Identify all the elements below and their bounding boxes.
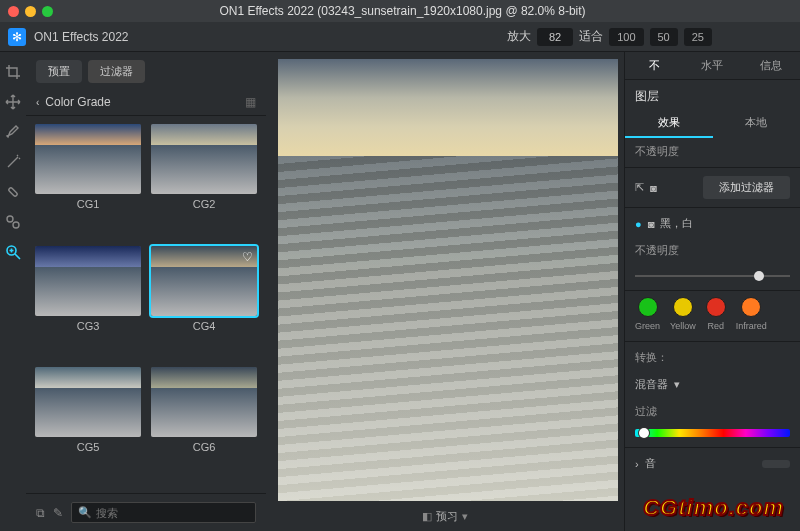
category-header[interactable]: ‹ Color Grade ▦ [26,89,266,116]
edit-icon[interactable]: ✎ [53,506,63,520]
tab-local[interactable]: 本地 [713,109,801,138]
zoom-25-button[interactable]: 25 [684,28,712,46]
category-name: Color Grade [45,95,110,109]
app-gear-icon[interactable]: ✻ [8,28,26,46]
grid-view-icon[interactable]: ▦ [245,95,256,109]
tool-strip [0,52,26,531]
zoom-controls: 放大 82 适合 100 50 25 [507,28,712,46]
swatch-infrared[interactable] [741,297,761,317]
preset-cg5[interactable]: CG5 [34,367,142,485]
opacity2-label: 不透明度 [625,237,800,264]
heal-tool-icon[interactable] [5,184,21,200]
tab-filter[interactable]: 过滤器 [88,60,145,83]
chevron-right-icon: › [635,458,639,470]
wand-tool-icon[interactable] [5,154,21,170]
svg-point-1 [7,216,13,222]
collapse-button[interactable] [762,460,790,468]
preset-cg6[interactable]: CG6 [150,367,258,485]
tab-preset[interactable]: 预置 [36,60,82,83]
dual-view-icon[interactable]: ⧉ [36,506,45,520]
zoom-fit-label: 适合 [579,28,603,45]
export-icon[interactable]: ⇱ [635,181,644,194]
title-bar: ON1 Effects 2022 (03243_sunsetrain_1920x… [0,0,800,22]
search-input[interactable] [96,507,249,519]
preview-label: 预习 [436,509,458,524]
tab-effects[interactable]: 效果 [625,109,713,138]
search-icon: 🔍 [78,506,92,519]
brush-tool-icon[interactable] [5,124,21,140]
swatch-yellow[interactable] [673,297,693,317]
svg-rect-0 [8,187,18,197]
convert-dropdown[interactable]: 混音器 ▾ [625,371,800,398]
preset-cg3[interactable]: CG3 [34,246,142,364]
chevron-down-icon[interactable]: ▾ [462,510,468,523]
top-toolbar: ✻ ON1 Effects 2022 放大 82 适合 100 50 25 [0,22,800,52]
layer-mask-icon[interactable]: ◙ [648,218,655,230]
hue-slider[interactable] [635,429,790,437]
rp-tab-info[interactable]: 信息 [742,52,800,79]
preset-cg2[interactable]: CG2 [150,124,258,242]
chevron-down-icon: ▾ [674,378,680,391]
zoom-tool-icon[interactable] [5,244,21,260]
favorite-icon[interactable]: ♡ [242,250,253,264]
left-panel-footer: ⧉ ✎ 🔍 [26,493,266,531]
watermark: CGtimo.com [643,495,784,521]
opacity-slider[interactable] [635,270,790,282]
maximize-icon[interactable] [42,6,53,17]
color-swatches: Green Yellow Red Infrared [625,293,800,339]
rp-tab-level[interactable]: 水平 [683,52,741,79]
preset-cg1[interactable]: CG1 [34,124,142,242]
left-panel: 预置 过滤器 ‹ Color Grade ▦ CG1 CG2 CG3 ♡CG4 … [26,52,266,531]
compare-icon[interactable]: ◧ [422,510,432,523]
preset-grid: CG1 CG2 CG3 ♡CG4 CG5 CG6 [26,116,266,493]
window-controls [8,6,53,17]
link-tool-icon[interactable] [5,214,21,230]
crop-tool-icon[interactable] [5,64,21,80]
app-brand: ON1 Effects 2022 [34,30,499,44]
right-panel: 不 水平 信息 图层 效果 本地 不透明度 ⇱ ◙ 添加过滤器 ● ◙ 黑，白 … [624,52,800,531]
swatch-green[interactable] [638,297,658,317]
minimize-icon[interactable] [25,6,36,17]
preset-cg4[interactable]: ♡CG4 [150,246,258,364]
convert-label: 转换： [625,344,800,371]
main-photo[interactable] [278,59,618,501]
svg-point-2 [13,222,19,228]
mask-icon[interactable]: ◙ [650,182,657,194]
zoom-label: 放大 [507,28,531,45]
layer-name: 黑，白 [660,216,693,231]
zoom-100-button[interactable]: 100 [609,28,643,46]
search-box[interactable]: 🔍 [71,502,256,523]
layer-visible-icon[interactable]: ● [635,218,642,230]
swatch-red[interactable] [706,297,726,317]
chevron-left-icon: ‹ [36,97,39,108]
zoom-value[interactable]: 82 [537,28,573,46]
center-viewer: ◧ 预习 ▾ [266,52,624,531]
filter-label: 过滤 [625,398,800,425]
move-tool-icon[interactable] [5,94,21,110]
rp-tab-no[interactable]: 不 [625,52,683,79]
add-filter-button[interactable]: 添加过滤器 [703,176,790,199]
layers-title: 图层 [625,80,800,109]
window-title: ON1 Effects 2022 (03243_sunsetrain_1920x… [53,4,792,18]
sound-row[interactable]: › 音 [625,450,800,477]
zoom-50-button[interactable]: 50 [650,28,678,46]
opacity-label: 不透明度 [625,138,800,165]
close-icon[interactable] [8,6,19,17]
